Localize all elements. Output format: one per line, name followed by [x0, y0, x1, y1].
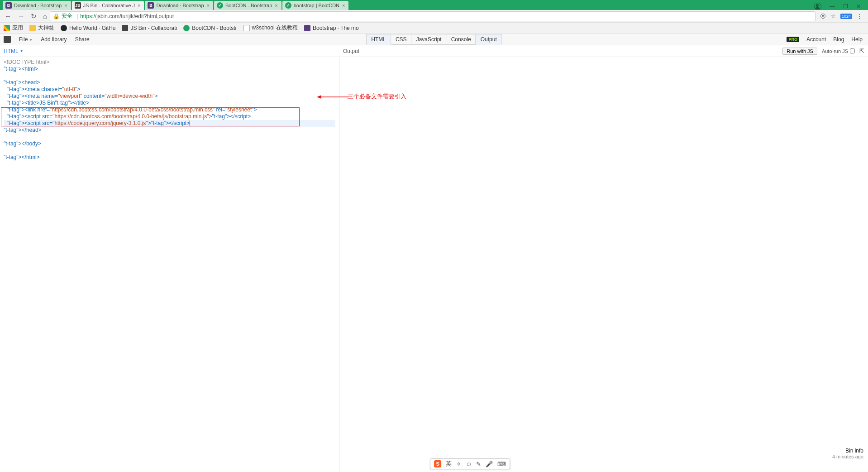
text-cursor [190, 120, 190, 126]
tab-javascript[interactable]: JavaScript [412, 34, 447, 45]
code-line: "t-tag"><html> [4, 66, 38, 72]
bookmark-item[interactable]: Hello World · GitHu [61, 25, 115, 31]
bootstrap-icon: B [5, 2, 12, 9]
apps-icon [4, 25, 10, 31]
bookmark-label: Bootstrap · The mo [313, 25, 359, 31]
extension-badge[interactable]: 1024 [840, 14, 852, 19]
browser-tab[interactable]: ✓BootCDN - Bootstrap× [214, 1, 281, 10]
help-link[interactable]: Help [851, 36, 863, 43]
code-line: "t-tag"><link href="https://cdn.bootcss.… [4, 106, 257, 113]
expand-output-icon[interactable]: ⇱ [859, 48, 864, 54]
bookmark-apps[interactable]: 应用 [4, 24, 23, 32]
address-bar[interactable]: 🔒 安全 | https://jsbin.com/turijik/edit?ht… [50, 11, 816, 21]
lock-icon: 🔒 [53, 13, 60, 19]
github-icon [61, 25, 67, 31]
reload-button[interactable]: ↻ [31, 12, 37, 20]
url-host: jsbin.com [96, 13, 119, 19]
window-controls: — ❐ ✕ [807, 3, 868, 10]
tab-output[interactable]: Output [476, 34, 502, 45]
bookmark-item[interactable]: BootCDN - Bootstr [183, 25, 237, 31]
sogou-icon[interactable]: S [434, 460, 441, 467]
autorun-toggle[interactable]: Auto-run JS [822, 48, 855, 54]
code-line: "t-tag"></head> [4, 127, 42, 133]
close-icon[interactable]: × [342, 3, 345, 8]
close-window-button[interactable]: ✕ [856, 3, 861, 10]
editor-panes: <!DOCTYPE html> "t-tag"><html> "t-tag"><… [0, 57, 868, 472]
bookmarks-bar: 应用 大神签 Hello World · GitHu JS Bin - Coll… [0, 23, 868, 34]
ime-emoji-icon[interactable]: ☺ [466, 461, 472, 467]
minimize-button[interactable]: — [830, 3, 835, 10]
tab-title: BootCDN - Bootstrap [225, 3, 272, 8]
panel-headers: HTML▼ Output Run with JS Auto-run JS ⇱ [0, 45, 868, 57]
code-line: "t-tag"><meta charset="utf-8"> [4, 86, 80, 92]
jsbin-icon [122, 25, 128, 31]
account-link[interactable]: Account [806, 36, 826, 43]
bookmark-item[interactable]: w3school 在线教程 [243, 24, 298, 32]
file-menu[interactable]: File▼ [19, 36, 33, 43]
code-line: "t-tag"><meta name="viewport" content="w… [4, 93, 157, 99]
page-icon [243, 25, 250, 31]
secure-label: 安全 [62, 12, 72, 20]
code-line: "t-tag"><title>JS Bin"t-tag"></title> [4, 100, 89, 106]
close-icon[interactable]: × [275, 3, 277, 8]
browser-tab[interactable]: BDownload · Bootstrap× [3, 1, 71, 10]
back-button[interactable]: ← [5, 12, 11, 20]
bookmark-item[interactable]: Bootstrap · The mo [304, 25, 359, 31]
forward-button[interactable]: → [18, 12, 24, 20]
close-icon[interactable]: × [138, 3, 140, 8]
output-panel-header: Output [343, 48, 359, 54]
share-menu[interactable]: Share [75, 36, 90, 43]
bookmark-star-icon[interactable]: ☆ [830, 13, 836, 19]
bootcdn-icon [183, 25, 190, 31]
tab-title: bootstrap | BootCDN [294, 3, 339, 8]
browser-tab[interactable]: ✓bootstrap | BootCDN× [282, 1, 349, 10]
bookmark-item[interactable]: JS Bin - Collaborati [122, 25, 177, 31]
browser-menu-icon[interactable]: ⋮ [857, 13, 863, 19]
code-line: "t-tag"><head> [4, 79, 40, 86]
browser-tabstrip: BDownload · Bootstrap× JSJS Bin - Collab… [0, 0, 868, 10]
jsbin-toolbar: File▼ Add library Share HTML CSS JavaScr… [0, 34, 868, 45]
code-line: "t-tag"><script src="https://code.jquery… [4, 120, 190, 126]
pro-badge[interactable]: PRO [787, 37, 799, 42]
tab-css[interactable]: CSS [391, 34, 412, 45]
autorun-checkbox[interactable] [850, 48, 855, 53]
maximize-button[interactable]: ❐ [843, 3, 848, 10]
tab-title: JS Bin - Collaborative J [83, 3, 135, 8]
bootstrap-icon: B [148, 2, 154, 9]
bin-info[interactable]: Bin info 4 minutes ago [832, 448, 863, 459]
home-button[interactable]: ⌂ [43, 12, 47, 20]
tab-title: Download · Bootstrap [156, 3, 204, 8]
ime-toolbar[interactable]: S 英 ✧ ☺ ✎ 🎤 ⌨ [430, 458, 510, 469]
ime-mic-icon[interactable]: 🎤 [486, 461, 493, 467]
bootstrap-icon [304, 25, 310, 31]
url-path: /turijik/edit?html,output [119, 13, 174, 19]
close-icon[interactable]: × [64, 3, 67, 8]
tab-html[interactable]: HTML [366, 34, 391, 45]
tab-console[interactable]: Console [447, 34, 476, 45]
browser-tab[interactable]: BDownload · Bootstrap× [145, 1, 213, 10]
ime-lang[interactable]: 英 [446, 460, 452, 468]
bookmark-item[interactable]: 大神签 [29, 24, 54, 32]
browser-tab-active[interactable]: JSJS Bin - Collaborative J× [72, 1, 144, 10]
html-editor[interactable]: <!DOCTYPE html> "t-tag"><html> "t-tag"><… [0, 57, 339, 472]
bootcdn-icon: ✓ [285, 2, 291, 9]
annotation-text: 三个必备文件需要引入 [348, 92, 406, 101]
translate-icon[interactable]: ⦿ [820, 13, 826, 19]
run-with-js-button[interactable]: Run with JS [782, 48, 817, 55]
add-library-menu[interactable]: Add library [41, 36, 67, 43]
bookmark-label: 应用 [12, 24, 23, 32]
jsbin-logo-icon[interactable] [4, 36, 11, 43]
blog-link[interactable]: Blog [833, 36, 844, 43]
ime-item[interactable]: ✎ [476, 461, 481, 467]
bookmark-label: JS Bin - Collaborati [130, 25, 177, 31]
close-icon[interactable]: × [207, 3, 210, 8]
code-line: "t-tag"></body> [4, 140, 41, 147]
code-line: "t-tag"><script src="https://cdn.bootcss… [4, 113, 251, 120]
ime-keyboard-icon[interactable]: ⌨ [497, 461, 506, 467]
profile-icon[interactable] [814, 3, 821, 10]
html-panel-header[interactable]: HTML▼ [0, 45, 339, 57]
ime-item[interactable]: ✧ [456, 461, 461, 467]
tab-title: Download · Bootstrap [14, 3, 62, 8]
bootcdn-icon: ✓ [217, 2, 223, 9]
bookmark-label: Hello World · GitHu [69, 25, 115, 31]
